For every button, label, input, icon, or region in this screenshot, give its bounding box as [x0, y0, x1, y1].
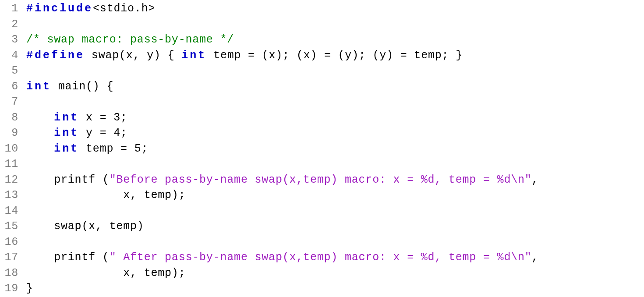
token-txt: temp = 5;	[79, 142, 148, 155]
token-kw: #define	[26, 49, 85, 62]
line-number: 15	[0, 219, 26, 234]
token-str: "Before pass-by-name swap(x,temp) macro:…	[110, 173, 532, 186]
code-line: 19}	[0, 281, 644, 297]
code-line: 11	[0, 156, 644, 172]
token-txt: swap(x, y) {	[85, 49, 181, 62]
token-kw: #include	[26, 2, 93, 15]
code-line: 12 printf ("Before pass-by-name swap(x,t…	[0, 172, 644, 188]
token-txt	[26, 127, 54, 139]
code-content: int y = 4;	[26, 125, 644, 141]
code-content: int temp = 5;	[26, 141, 644, 157]
token-txt: printf (	[26, 173, 110, 186]
code-line: 2	[0, 17, 644, 32]
token-kw: int	[54, 142, 79, 155]
token-txt: <stdio.h>	[93, 2, 155, 15]
code-content	[26, 17, 644, 32]
code-line: 4#define swap(x, y) { int temp = (x); (x…	[0, 48, 644, 64]
code-line: 15 swap(x, temp)	[0, 219, 644, 234]
token-txt: ,	[532, 173, 539, 186]
code-content: }	[26, 281, 644, 297]
token-txt: }	[26, 282, 33, 295]
code-content: #include<stdio.h>	[26, 1, 644, 17]
code-line: 10 int temp = 5;	[0, 141, 644, 157]
code-content	[26, 156, 644, 172]
code-content	[26, 63, 644, 79]
code-content	[26, 234, 644, 250]
token-txt: y = 4;	[79, 127, 127, 139]
line-number: 19	[0, 281, 26, 297]
line-number: 18	[0, 265, 26, 281]
token-txt: x = 3;	[79, 111, 127, 124]
line-number: 13	[0, 187, 26, 203]
code-content	[26, 94, 644, 110]
line-number: 10	[0, 141, 26, 157]
line-number: 4	[0, 48, 26, 64]
line-number: 16	[0, 234, 26, 250]
code-content: printf (" After pass-by-name swap(x,temp…	[26, 250, 644, 265]
token-kw: int	[181, 49, 206, 62]
token-txt: swap(x, temp)	[26, 220, 144, 233]
token-txt: temp = (x); (x) = (y); (y) = temp; }	[206, 49, 463, 62]
line-number: 9	[0, 125, 26, 141]
code-line: 14	[0, 203, 644, 219]
code-line: 6int main() {	[0, 79, 644, 95]
code-block: 1#include<stdio.h>23/* swap macro: pass-…	[0, 0, 644, 297]
line-number: 7	[0, 94, 26, 110]
line-number: 1	[0, 1, 26, 17]
line-number: 3	[0, 32, 26, 48]
code-line: 16	[0, 234, 644, 250]
code-line: 18 x, temp);	[0, 265, 644, 281]
code-line: 5	[0, 63, 644, 79]
token-txt: x, temp);	[26, 189, 185, 202]
line-number: 5	[0, 63, 26, 79]
token-txt	[26, 111, 54, 124]
code-line: 9 int y = 4;	[0, 125, 644, 141]
code-content	[26, 203, 644, 219]
line-number: 12	[0, 172, 26, 188]
code-line: 7	[0, 94, 644, 110]
code-content: #define swap(x, y) { int temp = (x); (x)…	[26, 48, 644, 64]
token-cm: /* swap macro: pass-by-name */	[26, 33, 234, 46]
line-number: 2	[0, 17, 26, 32]
code-line: 3/* swap macro: pass-by-name */	[0, 32, 644, 48]
line-number: 17	[0, 250, 26, 265]
line-number: 11	[0, 156, 26, 172]
token-txt: ,	[532, 251, 539, 264]
code-content: int x = 3;	[26, 110, 644, 126]
code-content: /* swap macro: pass-by-name */	[26, 32, 644, 48]
token-kw: int	[54, 127, 79, 139]
code-line: 13 x, temp);	[0, 187, 644, 203]
token-txt: main() {	[51, 80, 113, 93]
token-txt: printf (	[26, 251, 110, 264]
token-kw: int	[26, 80, 51, 93]
code-content: x, temp);	[26, 265, 644, 281]
line-number: 8	[0, 110, 26, 126]
line-number: 14	[0, 203, 26, 219]
token-txt: x, temp);	[26, 267, 185, 279]
code-content: swap(x, temp)	[26, 219, 644, 234]
code-content: x, temp);	[26, 187, 644, 203]
code-content: printf ("Before pass-by-name swap(x,temp…	[26, 172, 644, 188]
code-content: int main() {	[26, 79, 644, 95]
token-kw: int	[54, 111, 79, 124]
code-line: 17 printf (" After pass-by-name swap(x,t…	[0, 250, 644, 265]
token-txt	[26, 142, 54, 155]
code-line: 1#include<stdio.h>	[0, 1, 644, 17]
line-number: 6	[0, 79, 26, 95]
code-line: 8 int x = 3;	[0, 110, 644, 126]
token-str: " After pass-by-name swap(x,temp) macro:…	[110, 251, 532, 264]
